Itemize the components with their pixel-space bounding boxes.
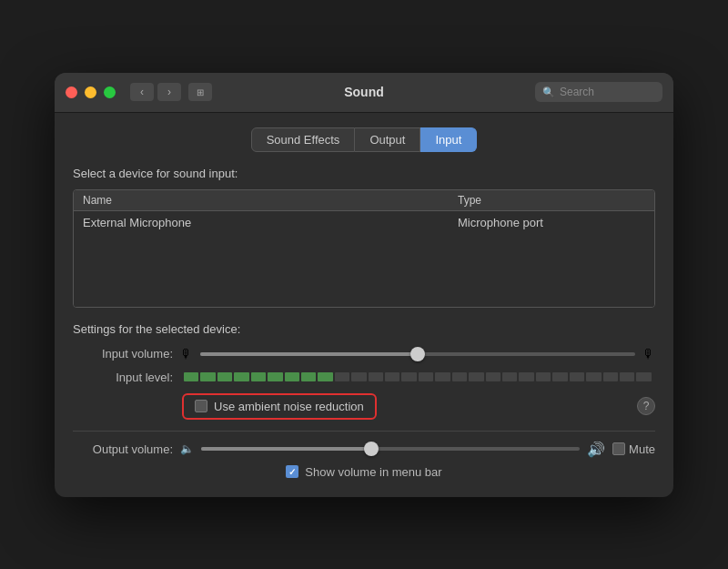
output-volume-label: Output volume:	[73, 442, 173, 456]
table-empty-area	[74, 234, 654, 307]
level-bar-21	[536, 372, 551, 381]
search-icon: 🔍	[542, 86, 555, 98]
level-bar-27	[636, 372, 651, 381]
device-name: External Microphone	[83, 216, 458, 229]
level-bar-8	[318, 372, 332, 381]
search-box[interactable]: 🔍	[535, 82, 662, 102]
level-bar-18	[486, 372, 500, 381]
level-bar-24	[586, 372, 601, 381]
level-bar-19	[502, 372, 517, 381]
output-volume-slider[interactable]	[201, 447, 580, 451]
show-volume-label: Show volume in menu bar	[305, 465, 441, 479]
input-volume-row: Input volume: 🎙 🎙	[73, 347, 655, 361]
tab-sound-effects[interactable]: Sound Effects	[251, 127, 356, 152]
noise-reduction-label: Use ambient noise reduction	[214, 400, 364, 413]
mic-loud-icon: 🎙	[642, 347, 655, 361]
level-bar-0	[184, 372, 198, 381]
level-bar-16	[452, 372, 467, 381]
level-bar-22	[552, 372, 567, 381]
minimize-button[interactable]	[85, 86, 96, 98]
level-bar-14	[419, 372, 433, 381]
show-volume-row: Show volume in menu bar	[73, 465, 655, 479]
level-bar-12	[385, 372, 399, 381]
level-bar-4	[251, 372, 266, 381]
level-bar-1	[200, 372, 215, 381]
device-table: Name Type External Microphone Microphone…	[73, 189, 655, 308]
level-bar-11	[369, 372, 383, 381]
level-bar-10	[351, 372, 366, 381]
input-level-label: Input level:	[73, 371, 173, 384]
level-bar-6	[285, 372, 299, 381]
speaker-quiet-icon: 🔈	[180, 442, 194, 455]
main-content: Sound Effects Output Input Select a devi…	[55, 113, 673, 497]
mic-quiet-icon: 🎙	[180, 347, 193, 361]
titlebar: ‹ › ⊞ Sound 🔍	[55, 73, 673, 113]
mute-label: Mute	[629, 442, 655, 456]
sound-preferences-window: ‹ › ⊞ Sound 🔍 Sound Effects Output Input…	[55, 73, 673, 497]
level-bar-26	[620, 372, 634, 381]
divider	[73, 431, 655, 432]
input-volume-slider[interactable]	[200, 352, 635, 356]
help-button[interactable]: ?	[637, 397, 655, 415]
level-bar-25	[603, 372, 618, 381]
level-bar-2	[217, 372, 232, 381]
input-level-meter	[184, 372, 652, 381]
back-button[interactable]: ‹	[130, 83, 154, 101]
mute-checkbox[interactable]	[612, 442, 625, 455]
show-volume-checkbox[interactable]	[286, 465, 298, 478]
level-bar-13	[401, 372, 416, 381]
traffic-lights	[66, 86, 116, 98]
output-volume-row: Output volume: 🔈 🔊 Mute	[73, 441, 655, 458]
table-header: Name Type	[74, 190, 654, 211]
level-bar-20	[519, 372, 533, 381]
level-bar-23	[570, 372, 584, 381]
noise-reduction-checkbox[interactable]	[195, 400, 207, 412]
speaker-loud-icon: 🔊	[587, 441, 605, 458]
grid-button[interactable]: ⊞	[188, 83, 212, 101]
level-bar-15	[435, 372, 450, 381]
nav-buttons: ‹ › ⊞	[130, 83, 212, 101]
noise-reduction-row: Use ambient noise reduction ?	[73, 393, 655, 420]
tabs-container: Sound Effects Output Input	[73, 127, 655, 152]
settings-label: Settings for the selected device:	[73, 322, 655, 336]
tab-output[interactable]: Output	[355, 127, 420, 152]
input-level-row: Input level:	[73, 371, 655, 384]
window-title: Sound	[344, 85, 384, 99]
column-header-type: Type	[458, 194, 645, 207]
tab-input[interactable]: Input	[420, 127, 477, 152]
level-bar-3	[234, 372, 248, 381]
column-header-name: Name	[83, 194, 458, 207]
maximize-button[interactable]	[104, 86, 116, 98]
device-section-label: Select a device for sound input:	[73, 167, 655, 180]
table-row[interactable]: External Microphone Microphone port	[74, 211, 654, 234]
level-bar-9	[335, 372, 349, 381]
search-input[interactable]	[560, 86, 655, 98]
close-button[interactable]	[66, 86, 77, 98]
level-bar-7	[301, 372, 316, 381]
level-bar-5	[268, 372, 282, 381]
forward-button[interactable]: ›	[157, 83, 181, 101]
device-type: Microphone port	[458, 216, 645, 229]
level-bar-17	[469, 372, 483, 381]
input-volume-label: Input volume:	[73, 347, 173, 361]
noise-reduction-box[interactable]: Use ambient noise reduction	[182, 393, 377, 420]
